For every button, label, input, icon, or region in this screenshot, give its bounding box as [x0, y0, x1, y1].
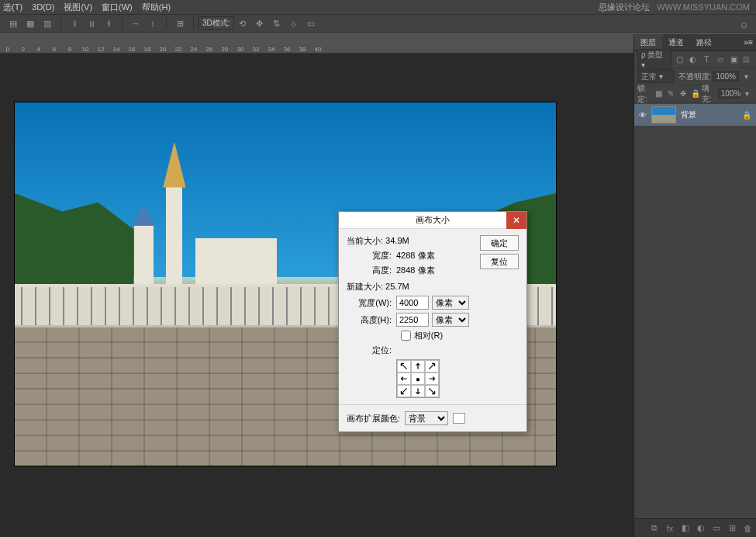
lock-all-icon[interactable]: 🔒	[691, 88, 700, 99]
dialog-title-text: 画布大小	[416, 214, 450, 226]
blend-mode-dropdown[interactable]: 正常 ▾	[637, 71, 675, 83]
layer-thumbnail[interactable]	[651, 106, 676, 123]
lock-brush-icon[interactable]: ✎	[666, 88, 675, 99]
layers-panel-footer: ⧉ fx ◧ ◐ ▭ ⊞ 🗑	[634, 518, 756, 537]
current-size-label: 当前大小: 34.9M	[347, 235, 474, 247]
watermark-url: WWW.MISSYUAN.COM	[657, 2, 750, 12]
filter-smart-icon[interactable]: ▣	[729, 54, 740, 65]
dolly-icon[interactable]: ⇅	[270, 17, 284, 29]
anchor-e[interactable]	[425, 372, 439, 385]
ext-color-swatch[interactable]	[453, 413, 465, 424]
lock-pixels-icon[interactable]: ▦	[654, 88, 663, 99]
layer-name[interactable]: 背景	[681, 109, 696, 120]
anchor-s[interactable]	[411, 385, 425, 397]
ext-color-label: 画布扩展颜色:	[347, 413, 400, 424]
opacity-label: 不透明度:	[678, 71, 712, 82]
current-width-value: 4288 像素	[396, 250, 435, 262]
height-unit-dropdown[interactable]: 像素	[432, 313, 469, 327]
height-input[interactable]	[396, 313, 429, 327]
current-width-label: 宽度:	[347, 250, 392, 262]
filter-toggle-icon[interactable]: ⊡	[740, 54, 751, 65]
anchor-label: 定位:	[347, 345, 392, 356]
mask-icon[interactable]: ◧	[680, 523, 691, 534]
ruler-horizontal[interactable]: 0246810121416182022242628303234363840	[0, 43, 633, 54]
opacity-arrow-icon[interactable]: ▾	[740, 71, 751, 82]
fx-icon[interactable]: fx	[665, 523, 675, 534]
new-layer-icon[interactable]: ⊞	[727, 523, 737, 534]
menu-view[interactable]: 视图(V)	[64, 2, 92, 13]
group-icon[interactable]: ▭	[711, 523, 722, 534]
link-layers-icon[interactable]: ⧉	[649, 523, 660, 534]
dist-right-icon[interactable]: ⫵	[102, 17, 116, 29]
dist-center-icon[interactable]: ⫼	[85, 17, 98, 29]
filter-type-icon[interactable]: T	[702, 54, 713, 65]
fill-label: 填充:	[702, 83, 716, 105]
trash-icon[interactable]: 🗑	[742, 523, 753, 534]
panel-flyout-icon[interactable]: »≡	[738, 34, 756, 50]
canvas-size-dialog: 画布大小 ✕ 当前大小: 34.9M 宽度: 4288 像素 高度: 2848 …	[338, 211, 527, 432]
menu-3d[interactable]: 3D(D)	[32, 2, 54, 12]
anchor-nw[interactable]	[397, 360, 411, 372]
align-right-icon[interactable]: ▥	[40, 17, 54, 29]
new-width-label: 宽度(W):	[347, 297, 392, 309]
dist-v-icon[interactable]: ↕	[146, 17, 160, 29]
width-unit-dropdown[interactable]: 像素	[432, 296, 469, 310]
camera-icon[interactable]: ▭	[304, 17, 318, 29]
adjustment-icon[interactable]: ◐	[696, 523, 706, 534]
filter-image-icon[interactable]: ▢	[674, 54, 685, 65]
orbit-icon[interactable]: ⟲	[236, 17, 250, 29]
filter-type-dropdown[interactable]: ρ 类型 ▾	[637, 49, 672, 70]
layer-lock-icon[interactable]: 🔒	[742, 111, 751, 120]
dist-left-icon[interactable]: ⫴	[67, 17, 81, 29]
lock-label: 锁定:	[637, 83, 652, 105]
new-height-label: 高度(H):	[347, 314, 392, 326]
fill-arrow-icon[interactable]: ▾	[742, 88, 751, 99]
ext-color-dropdown[interactable]: 背景	[405, 411, 448, 425]
menu-window[interactable]: 窗口(W)	[102, 2, 133, 13]
anchor-n[interactable]	[411, 360, 425, 372]
watermark: 思缘设计论坛 WWW.MISSYUAN.COM	[599, 2, 750, 13]
watermark-cn: 思缘设计论坛	[599, 2, 650, 12]
align-left-icon[interactable]: ▤	[6, 17, 20, 29]
menu-help[interactable]: 帮助(H)	[142, 2, 171, 13]
tab-channels[interactable]: 通道	[662, 34, 690, 50]
image-castle	[134, 182, 296, 284]
current-height-value: 2848 像素	[396, 265, 435, 276]
fill-value[interactable]: 100%	[718, 88, 741, 99]
mode-3d-dropdown[interactable]: 3D模式:	[198, 16, 234, 30]
tab-paths[interactable]: 路径	[690, 34, 718, 50]
opacity-value[interactable]: 100%	[713, 71, 739, 81]
filter-adjust-icon[interactable]: ◐	[688, 54, 699, 65]
pan-icon[interactable]: ✥	[253, 17, 267, 29]
anchor-se[interactable]	[425, 385, 439, 397]
layers-panel: 图层 通道 路径 »≡ ρ 类型 ▾ ▢ ◐ T ▱ ▣ ⊡ 正常 ▾ 不透明度…	[633, 34, 756, 537]
menu-select[interactable]: 选(T)	[3, 2, 22, 13]
width-input[interactable]	[396, 296, 429, 310]
light-icon[interactable]: ☼	[287, 17, 301, 29]
qq-icon[interactable]: ⊙	[737, 19, 750, 31]
dialog-footer: 画布扩展颜色: 背景	[339, 404, 526, 431]
lock-row: 锁定: ▦ ✎ ✥ 🔒 填充: 100% ▾	[634, 85, 756, 102]
tab-layers[interactable]: 图层	[634, 34, 662, 50]
blend-row: 正常 ▾ 不透明度: 100% ▾	[634, 68, 756, 85]
relative-checkbox[interactable]	[401, 331, 411, 341]
canvas-area	[0, 54, 633, 537]
anchor-grid: ●	[396, 359, 440, 398]
anchor-center[interactable]: ●	[411, 372, 425, 385]
align-center-icon[interactable]: ▦	[23, 17, 37, 29]
anchor-ne[interactable]	[425, 360, 439, 372]
visibility-eye-icon[interactable]: 👁	[634, 111, 651, 120]
dist-h-icon[interactable]: ↔	[129, 17, 143, 29]
close-icon[interactable]: ✕	[506, 212, 526, 229]
extra-icon-1[interactable]: ⊞	[173, 17, 187, 29]
layers-list: 👁 背景 🔒	[634, 102, 756, 127]
filter-shape-icon[interactable]: ▱	[715, 54, 726, 65]
anchor-w[interactable]	[397, 372, 411, 385]
layer-item-background[interactable]: 👁 背景 🔒	[634, 104, 756, 126]
dialog-titlebar[interactable]: 画布大小 ✕	[339, 212, 526, 229]
lock-move-icon[interactable]: ✥	[678, 88, 688, 99]
ok-button[interactable]: 确定	[480, 235, 519, 251]
relative-label: 相对(R)	[414, 330, 443, 341]
cancel-button[interactable]: 复位	[480, 254, 519, 269]
anchor-sw[interactable]	[397, 385, 411, 397]
